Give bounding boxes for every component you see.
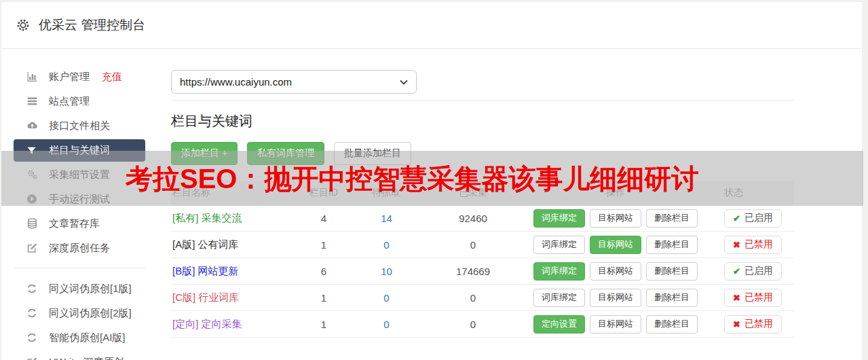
column-name-link[interactable]: [定向] 定向采集 bbox=[171, 318, 293, 331]
status-cell: ✔已启用 bbox=[704, 209, 794, 228]
row-action-button[interactable]: 定向设置 bbox=[533, 315, 585, 334]
sidebar-divider bbox=[14, 268, 145, 268]
status-badge[interactable]: ✖已禁用 bbox=[724, 236, 782, 254]
sidebar-item-label: 同义词伪原创[1版] bbox=[49, 283, 132, 295]
table-row: [私有] 采集交流41492460词库绑定目标网站删除栏目✔已启用 bbox=[171, 205, 794, 232]
sidebar-item-label: 同义词伪原创[2版] bbox=[49, 307, 132, 320]
edit-icon bbox=[26, 242, 39, 253]
row-action-button[interactable]: 删除栏目 bbox=[646, 209, 698, 228]
sidebar-item-2[interactable]: 接口文件相关 bbox=[14, 113, 145, 138]
collected-count-value: 0 bbox=[419, 239, 527, 251]
row-action-button[interactable]: 词库绑定 bbox=[533, 262, 585, 281]
status-cell: ✖已禁用 bbox=[704, 289, 794, 307]
pending-count-link[interactable]: 14 bbox=[354, 213, 419, 224]
sidebar-item-label: 文章暂存库 bbox=[49, 217, 100, 230]
status-label: 已禁用 bbox=[744, 291, 773, 304]
gear-icon bbox=[16, 18, 30, 32]
column-id-value: 6 bbox=[293, 266, 354, 277]
refresh-icon bbox=[26, 283, 39, 294]
status-cell: ✔已启用 bbox=[704, 262, 794, 281]
sidebar-item-label: 智能伪原创[AI版] bbox=[49, 331, 126, 344]
row-action-button[interactable]: 目标网站 bbox=[590, 236, 641, 254]
row-action-button[interactable]: 删除栏目 bbox=[646, 289, 698, 307]
pending-count-link[interactable]: 0 bbox=[354, 239, 419, 251]
check-icon: ✔ bbox=[733, 213, 740, 223]
sidebar-item-7[interactable]: 深度原创任务 bbox=[14, 236, 145, 260]
status-cell: ✖已禁用 bbox=[704, 236, 794, 254]
database-icon bbox=[26, 218, 39, 229]
site-list-icon bbox=[26, 96, 39, 107]
app-window: 优采云 管理控制台 账户管理充值站点管理接口文件相关栏目与关键词采集细节设置手动… bbox=[1, 2, 862, 360]
x-icon: ✖ bbox=[733, 293, 740, 303]
status-badge[interactable]: ✖已禁用 bbox=[724, 289, 782, 307]
table-row: [A版] 公有词库100词库绑定目标网站删除栏目✖已禁用 bbox=[171, 232, 794, 258]
table-row: [定向] 定向采集100定向设置目标网站删除栏目✖已禁用 bbox=[171, 311, 794, 338]
watermark-band: 考拉SEO：抛开中控智慧采集器该事儿细细研讨 bbox=[1, 151, 863, 206]
sidebar-item-12[interactable]: UWriter深度原创 bbox=[14, 350, 145, 360]
sidebar-item-6[interactable]: 文章暂存库 bbox=[14, 211, 145, 236]
column-name-link[interactable]: [A版] 公有词库 bbox=[171, 238, 293, 251]
edit-icon bbox=[26, 357, 39, 360]
app-title: 优采云 管理控制台 bbox=[39, 16, 145, 34]
x-icon: ✖ bbox=[733, 319, 740, 329]
sidebar-item-label: 站点管理 bbox=[49, 95, 90, 108]
column-name-link[interactable]: [B版] 网站更新 bbox=[171, 265, 293, 278]
row-action-button[interactable]: 词库绑定 bbox=[533, 209, 585, 228]
status-label: 已启用 bbox=[744, 265, 773, 277]
pending-count-link[interactable]: 10 bbox=[354, 266, 419, 277]
refresh-icon bbox=[26, 332, 39, 343]
status-badge[interactable]: ✔已启用 bbox=[724, 209, 782, 228]
recharge-badge[interactable]: 充值 bbox=[102, 71, 122, 84]
sidebar-nav: 账户管理充值站点管理接口文件相关栏目与关键词采集细节设置手动运行测试文章暂存库深… bbox=[14, 65, 145, 360]
row-actions: 词库绑定目标网站删除栏目 bbox=[527, 289, 704, 307]
status-cell: ✖已禁用 bbox=[704, 315, 794, 334]
row-action-button[interactable]: 目标网站 bbox=[590, 315, 641, 334]
row-action-button[interactable]: 词库绑定 bbox=[533, 236, 585, 254]
pending-count-link[interactable]: 0 bbox=[354, 319, 419, 330]
table-body: [私有] 采集交流41492460词库绑定目标网站删除栏目✔已启用[A版] 公有… bbox=[171, 205, 794, 338]
divider bbox=[171, 100, 794, 101]
sidebar-item-10[interactable]: 同义词伪原创[2版] bbox=[14, 301, 145, 325]
collected-count-value: 174669 bbox=[419, 266, 527, 277]
check-icon: ✔ bbox=[733, 266, 740, 276]
status-badge[interactable]: ✔已启用 bbox=[724, 262, 782, 281]
site-select-value: https://www.ucaiyun.com bbox=[180, 76, 292, 88]
row-action-button[interactable]: 词库绑定 bbox=[533, 289, 585, 307]
pending-count-link[interactable]: 0 bbox=[354, 292, 419, 304]
row-action-button[interactable]: 删除栏目 bbox=[646, 315, 698, 334]
row-actions: 词库绑定目标网站删除栏目 bbox=[527, 236, 704, 254]
column-id-value: 1 bbox=[293, 319, 354, 330]
row-action-button[interactable]: 目标网站 bbox=[590, 209, 641, 228]
sidebar-item-label: 接口文件相关 bbox=[49, 120, 110, 132]
top-header: 优采云 管理控制台 bbox=[1, 2, 862, 49]
sidebar-item-1[interactable]: 站点管理 bbox=[14, 89, 145, 113]
status-label: 已禁用 bbox=[744, 238, 773, 251]
row-action-button[interactable]: 删除栏目 bbox=[646, 236, 698, 254]
column-id-value: 1 bbox=[293, 239, 354, 251]
table-row: [B版] 网站更新610174669词库绑定目标网站删除栏目✔已启用 bbox=[171, 258, 794, 285]
row-actions: 定向设置目标网站删除栏目 bbox=[527, 315, 704, 334]
watermark-text: 考拉SEO：抛开中控智慧采集器该事儿细细研讨 bbox=[126, 160, 698, 197]
column-name-link[interactable]: [私有] 采集交流 bbox=[171, 212, 293, 225]
row-actions: 词库绑定目标网站删除栏目 bbox=[527, 209, 704, 228]
status-label: 已启用 bbox=[744, 212, 773, 224]
column-id-value: 4 bbox=[293, 213, 354, 224]
collected-count-value: 92460 bbox=[419, 213, 527, 224]
sidebar-item-label: UWriter深度原创 bbox=[49, 356, 124, 360]
page-title: 栏目与关键词 bbox=[171, 112, 794, 130]
status-badge[interactable]: ✖已禁用 bbox=[724, 315, 782, 334]
sidebar-item-11[interactable]: 智能伪原创[AI版] bbox=[14, 325, 145, 350]
site-select[interactable]: https://www.ucaiyun.com bbox=[171, 70, 417, 94]
x-icon: ✖ bbox=[733, 240, 740, 250]
column-name-link[interactable]: [C版] 行业词库 bbox=[171, 291, 293, 304]
row-action-button[interactable]: 删除栏目 bbox=[646, 262, 698, 281]
sidebar-item-0[interactable]: 账户管理充值 bbox=[14, 65, 145, 89]
sidebar-item-9[interactable]: 同义词伪原创[1版] bbox=[14, 276, 145, 301]
row-action-button[interactable]: 目标网站 bbox=[590, 289, 641, 307]
row-action-button[interactable]: 目标网站 bbox=[590, 262, 641, 281]
table-row: [C版] 行业词库100词库绑定目标网站删除栏目✖已禁用 bbox=[171, 285, 794, 311]
chevron-down-icon bbox=[400, 79, 408, 85]
refresh-icon bbox=[26, 308, 39, 319]
status-label: 已禁用 bbox=[744, 318, 773, 330]
cloud-upload-icon bbox=[26, 120, 39, 131]
